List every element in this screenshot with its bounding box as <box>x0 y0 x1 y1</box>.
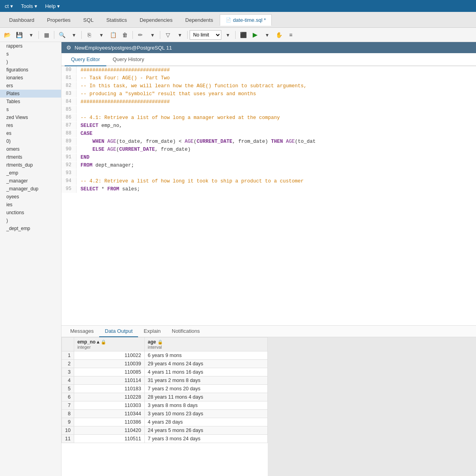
table-row[interactable]: 3 110085 4 years 11 mons 16 days <box>62 368 268 376</box>
sidebar-item-ies[interactable]: ies <box>0 201 61 209</box>
toolbar-filter-btn[interactable]: ▽ <box>162 30 173 40</box>
editor-tab-history[interactable]: Query History <box>106 53 150 66</box>
connection-label: NewEmployees/postgres@PostgreSQL 11 <box>75 45 172 51</box>
code-editor[interactable]: 80 ############################## 81 -- … <box>61 66 476 325</box>
sidebar-item-functions[interactable]: unctions <box>0 209 61 217</box>
table-row[interactable]: 8 110344 3 years 10 mons 23 days <box>62 410 268 418</box>
table-row[interactable]: 9 110386 4 years 28 days <box>62 418 268 426</box>
sidebar-item-res[interactable]: res <box>0 121 61 129</box>
results-tab-explain[interactable]: Explain <box>138 326 166 337</box>
row-num: 5 <box>62 385 74 393</box>
toolbar-explain-btn[interactable]: ≡ <box>285 30 296 40</box>
table-row[interactable]: 11 110511 7 years 3 mons 24 days <box>62 435 268 443</box>
menu-tools[interactable]: Tools ▾ <box>19 3 39 9</box>
table-row[interactable]: 7 110303 3 years 8 mons 8 days <box>62 401 268 410</box>
table-row[interactable]: 10 110420 24 years 5 mons 26 days <box>62 426 268 435</box>
sidebar-item-s2[interactable]: s <box>0 106 61 113</box>
menu-help[interactable]: Help ▾ <box>44 3 61 9</box>
toolbar-paste-btn[interactable]: 📋 <box>107 30 119 40</box>
toolbar-edit-drop-btn[interactable]: ▾ <box>147 30 158 40</box>
sidebar-item-es[interactable]: es <box>0 129 61 137</box>
sidebar-item-s1[interactable]: s <box>0 50 61 58</box>
sidebar-item-manager[interactable]: _manager <box>0 177 61 185</box>
toolbar-run-drop-btn[interactable]: ▾ <box>261 30 273 40</box>
results-tab-notifications[interactable]: Notifications <box>166 326 205 337</box>
sidebar-item-customers[interactable]: omers <box>0 145 61 153</box>
sidebar-item-dept-emp[interactable]: _dept_emp <box>0 225 61 232</box>
tab-statistics[interactable]: Statistics <box>100 14 133 25</box>
menu-bar: ct ▾ Tools ▾ Help ▾ <box>0 0 476 12</box>
sidebar-item-wrappers[interactable]: rappers <box>0 42 61 50</box>
cell-age: 29 years 4 mons 24 days <box>144 360 267 368</box>
table-row[interactable]: 1 110022 6 years 9 mons <box>62 351 268 360</box>
tab-dependencies[interactable]: Dependencies <box>134 14 178 25</box>
code-line-90: 90 ELSE AGE(CURRENT_DATE, from_date) <box>61 146 476 154</box>
toolbar-run-btn[interactable]: ▶ <box>250 30 261 40</box>
editor-tab-query[interactable]: Query Editor <box>65 53 106 66</box>
object-tab-bar: Dashboard Properties SQL Statistics Depe… <box>0 12 476 28</box>
cell-emp-no: 110022 <box>74 351 144 360</box>
cell-emp-no: 110511 <box>74 435 144 443</box>
row-num: 2 <box>62 360 74 368</box>
sidebar-item-departments-dup[interactable]: rtments_dup <box>0 161 61 169</box>
no-limit-select[interactable]: No limit 100 rows 500 rows <box>190 30 221 40</box>
table-row[interactable]: 6 110228 28 years 11 mons 4 days <box>62 393 268 401</box>
toolbar-filter-drop-btn[interactable]: ▾ <box>174 30 185 40</box>
sidebar-item-paren2[interactable]: ) <box>0 217 61 225</box>
code-line-86: 86 -- 4.1: Retrieve a list of how long a… <box>61 114 476 122</box>
menu-ct[interactable]: ct ▾ <box>3 3 15 9</box>
sidebar-item-emp[interactable]: _emp <box>0 169 61 177</box>
tab-dashboard[interactable]: Dashboard <box>3 14 40 25</box>
table-row[interactable]: 5 110183 7 years 2 mons 20 days <box>62 385 268 393</box>
sidebar-item-0paren[interactable]: 0) <box>0 137 61 145</box>
col-age[interactable]: age 🔒 interval <box>144 338 267 351</box>
tab-file[interactable]: 📄 date-time.sql * <box>220 14 272 26</box>
toolbar-stop-btn[interactable]: ⬛ <box>238 30 249 40</box>
connection-icon: ⚙ <box>66 44 71 51</box>
tab-dependents[interactable]: Dependents <box>179 14 219 25</box>
sidebar-item-paren1[interactable]: ) <box>0 58 61 66</box>
cell-emp-no: 110386 <box>74 418 144 426</box>
sidebar-item-departments[interactable]: rtments <box>0 153 61 161</box>
tab-sql[interactable]: SQL <box>77 14 100 25</box>
toolbar-search-drop-btn[interactable]: ▾ <box>68 30 79 40</box>
sidebar-item-dictionaries[interactable]: ionaries <box>0 74 61 82</box>
toolbar-grid-btn[interactable]: ▦ <box>41 30 52 40</box>
sidebar-item-employees[interactable]: oyees <box>0 193 61 201</box>
table-row[interactable]: 2 110039 29 years 4 mons 24 days <box>62 360 268 368</box>
toolbar-edit-btn[interactable]: ✏ <box>135 30 146 40</box>
row-num: 1 <box>62 351 74 360</box>
results-tab-messages[interactable]: Messages <box>65 326 99 337</box>
cell-emp-no: 110114 <box>74 376 144 385</box>
toolbar-delete-btn[interactable]: 🗑 <box>119 30 131 40</box>
code-line-91: 91 END <box>61 154 476 161</box>
code-line-87: 87 SELECT emp_no, <box>61 122 476 130</box>
cell-emp-no: 110085 <box>74 368 144 376</box>
cell-age: 24 years 5 mons 26 days <box>144 426 267 435</box>
results-tab-data-output[interactable]: Data Output <box>99 326 138 337</box>
results-body: emp_no ▴ 🔒 integer age 🔒 interval <box>61 337 476 476</box>
no-limit-drop-btn[interactable]: ▾ <box>222 30 233 40</box>
toolbar-copy-btn[interactable]: ⎘ <box>84 30 95 40</box>
row-num: 8 <box>62 410 74 418</box>
toolbar-save-btn[interactable]: 💾 <box>13 30 25 40</box>
table-row[interactable]: 4 110114 31 years 2 mons 8 days <box>62 376 268 385</box>
code-line-81: 81 -- Task Four: AGE() - Part Two <box>61 74 476 82</box>
cell-emp-no: 110344 <box>74 410 144 418</box>
sidebar-item-materialized-views[interactable]: zed Views <box>0 113 61 121</box>
tab-properties[interactable]: Properties <box>41 14 77 25</box>
sidebar-item-manager-dup[interactable]: _manager_dup <box>0 185 61 193</box>
toolbar-dropdown-btn[interactable]: ▾ <box>25 30 36 40</box>
toolbar-open-btn[interactable]: 📂 <box>2 30 13 40</box>
sidebar-item-tables[interactable]: Tables <box>0 98 61 106</box>
sidebar-item-configurations[interactable]: figurations <box>0 66 61 74</box>
sidebar-item-ers[interactable]: ers <box>0 82 61 90</box>
col-emp-no[interactable]: emp_no ▴ 🔒 integer <box>74 338 144 351</box>
toolbar-hand-btn[interactable]: ✋ <box>273 30 284 40</box>
toolbar-search-btn[interactable]: 🔍 <box>56 30 67 40</box>
data-table-wrapper[interactable]: emp_no ▴ 🔒 integer age 🔒 interval <box>61 337 268 476</box>
toolbar-sep-4 <box>132 31 133 39</box>
sidebar-item-plates[interactable]: Plates <box>0 90 61 98</box>
cell-age: 31 years 2 mons 8 days <box>144 376 267 385</box>
toolbar-copy-drop-btn[interactable]: ▾ <box>96 30 107 40</box>
